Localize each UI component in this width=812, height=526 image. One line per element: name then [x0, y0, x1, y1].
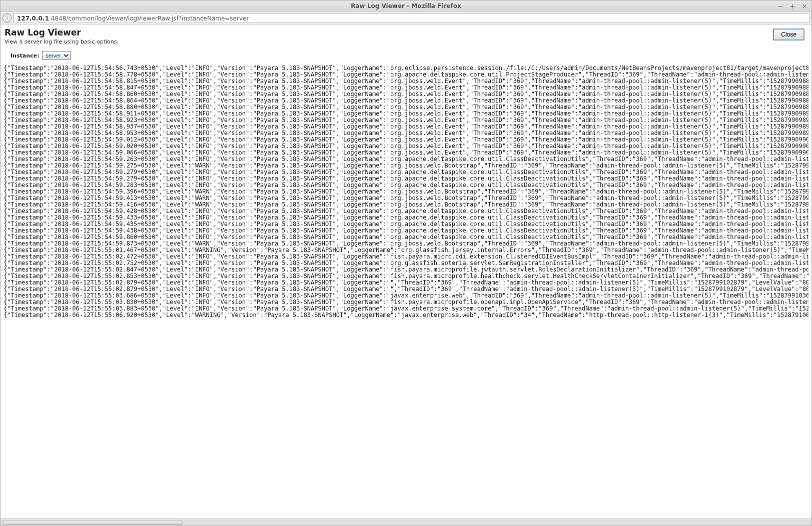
log-line: {"Timestamp":"2018-06-12T15:54:58.847+05…	[4, 84, 808, 91]
log-line: {"Timestamp":"2018-06-12T15:55:03.686+05…	[4, 292, 808, 299]
log-line: {"Timestamp":"2018-06-12T15:55:02.752+05…	[4, 260, 808, 266]
log-output: {"Timestamp":"2018-06-12T15:54:56.743+05…	[1, 63, 811, 322]
window-maximize-button[interactable]: +	[788, 2, 796, 10]
instance-label: Instance:	[11, 52, 39, 59]
log-line: {"Timestamp":"2018-06-12T15:55:02.472+05…	[4, 254, 808, 260]
log-line: {"Timestamp":"2018-06-12T15:54:59.275+05…	[4, 162, 808, 169]
log-line: {"Timestamp":"2018-06-12T15:54:59.020+05…	[4, 143, 808, 150]
instance-select[interactable]: server	[42, 51, 71, 60]
instance-row: Instance: server	[1, 46, 811, 63]
scrollbar-thumb[interactable]	[3, 520, 183, 525]
window-controls: − + ×	[776, 0, 808, 11]
page-title: Raw Log Viewer	[5, 28, 773, 38]
window-title: Raw Log Viewer - Mozilla Firefox	[1, 2, 811, 10]
log-line: {"Timestamp":"2018-06-12T15:54:58.880+05…	[4, 104, 808, 110]
log-line: {"Timestamp":"2018-06-12T15:55:06.920+05…	[4, 312, 808, 318]
horizontal-scrollbar[interactable]	[1, 518, 811, 526]
page-subtitle: View a server log file using basic optio…	[5, 38, 773, 45]
log-line: {"Timestamp":"2018-06-12T15:54:58.860+05…	[4, 91, 808, 98]
log-line: {"Timestamp":"2018-06-12T15:55:02.879+05…	[4, 286, 808, 292]
log-line: {"Timestamp":"2018-06-12T15:54:59.428+05…	[4, 208, 808, 214]
log-line: {"Timestamp":"2018-06-12T15:54:56.743+05…	[4, 65, 808, 72]
log-line: {"Timestamp":"2018-06-12T15:55:01.467+05…	[4, 247, 808, 254]
log-line: {"Timestamp":"2018-06-12T15:54:59.283+05…	[4, 182, 808, 188]
log-line: {"Timestamp":"2018-06-12T15:55:02.853+05…	[4, 273, 808, 280]
url-host: 127.0.0.1	[17, 15, 49, 22]
log-line: {"Timestamp":"2018-06-12T15:54:58.778+05…	[4, 72, 808, 78]
log-line: {"Timestamp":"2018-06-12T15:54:59.873+05…	[4, 240, 808, 247]
url-field[interactable]: 127.0.0.1:4848/common/logViewer/logViewe…	[14, 13, 809, 23]
log-line: {"Timestamp":"2018-06-12T15:54:58.815+05…	[4, 78, 808, 84]
log-line: {"Timestamp":"2018-06-12T15:54:58.864+05…	[4, 98, 808, 104]
page-header: Raw Log Viewer View a server log file us…	[1, 24, 811, 46]
titlebar: Raw Log Viewer - Mozilla Firefox − + ×	[1, 0, 811, 12]
page-header-left: Raw Log Viewer View a server log file us…	[5, 28, 773, 45]
log-line: {"Timestamp":"2018-06-12T15:55:03.883+05…	[4, 306, 808, 312]
log-line: {"Timestamp":"2018-06-12T15:55:02.847+05…	[4, 266, 808, 273]
log-line: {"Timestamp":"2018-06-12T15:54:59.413+05…	[4, 195, 808, 202]
close-button[interactable]: Close	[773, 28, 804, 40]
log-line: {"Timestamp":"2018-06-12T15:54:59.416+05…	[4, 202, 808, 208]
log-line: {"Timestamp":"2018-06-12T15:54:59.860+05…	[4, 234, 808, 240]
window-close-button[interactable]: ×	[800, 2, 808, 10]
browser-window: Raw Log Viewer - Mozilla Firefox − + × i…	[0, 0, 812, 526]
log-line: {"Timestamp":"2018-06-12T15:54:59.396+05…	[4, 188, 808, 195]
addressbar: i 127.0.0.1:4848/common/logViewer/logVie…	[1, 12, 811, 24]
log-line: {"Timestamp":"2018-06-12T15:54:59.279+05…	[4, 176, 808, 182]
log-line: {"Timestamp":"2018-06-12T15:54:59.066+05…	[4, 150, 808, 156]
log-line: {"Timestamp":"2018-06-12T15:54:59.435+05…	[4, 221, 808, 228]
log-line: {"Timestamp":"2018-06-12T15:54:58.937+05…	[4, 124, 808, 130]
log-line: {"Timestamp":"2018-06-12T15:54:58.953+05…	[4, 130, 808, 136]
log-line: {"Timestamp":"2018-06-12T15:54:59.438+05…	[4, 228, 808, 234]
info-icon[interactable]: i	[3, 14, 12, 22]
window-minimize-button[interactable]: −	[776, 2, 784, 10]
log-line: {"Timestamp":"2018-06-12T15:54:59.263+05…	[4, 156, 808, 162]
log-line: {"Timestamp":"2018-06-12T15:55:03.830+05…	[4, 299, 808, 306]
log-line: {"Timestamp":"2018-06-12T15:54:59.433+05…	[4, 214, 808, 221]
log-line: {"Timestamp":"2018-06-12T15:54:58.923+05…	[4, 117, 808, 124]
log-line: {"Timestamp":"2018-06-12T15:54:59.012+05…	[4, 136, 808, 143]
log-line: {"Timestamp":"2018-06-12T15:54:59.279+05…	[4, 169, 808, 176]
log-line: {"Timestamp":"2018-06-12T15:55:02.879+05…	[4, 280, 808, 286]
page-content: Raw Log Viewer View a server log file us…	[1, 24, 811, 518]
log-line: {"Timestamp":"2018-06-12T15:54:58.911+05…	[4, 110, 808, 117]
url-path: :4848/common/logViewer/logViewerRaw.jsf?…	[49, 15, 249, 22]
